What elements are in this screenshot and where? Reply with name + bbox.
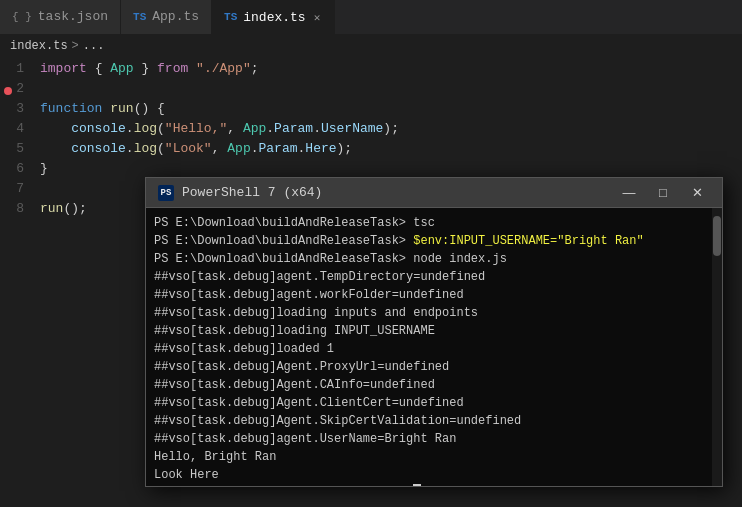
- tab-index-ts[interactable]: TS index.ts ✕: [212, 0, 335, 34]
- terminal-title: PowerShell 7 (x64): [182, 185, 322, 200]
- powershell-icon: PS: [158, 185, 174, 201]
- terminal-line: ##vso[task.debug]agent.workFolder=undefi…: [154, 286, 714, 304]
- line-content: console.log("Hello,", App.Param.UserName…: [40, 121, 742, 136]
- editor-area: 1 import { App } from "./App"; 2 3 funct…: [0, 57, 742, 507]
- tab-app-ts[interactable]: TS App.ts: [121, 0, 212, 34]
- tab-label: task.json: [38, 9, 108, 24]
- line-content: }: [40, 161, 742, 176]
- terminal-body[interactable]: PS E:\Download\buildAndReleaseTask> tsc …: [146, 208, 722, 486]
- tab-close-button[interactable]: ✕: [312, 10, 323, 25]
- terminal-line: ##vso[task.debug]Agent.SkipCertValidatio…: [154, 412, 714, 430]
- terminal-line: PS E:\Download\buildAndReleaseTask> tsc: [154, 214, 714, 232]
- terminal-line: PS E:\Download\buildAndReleaseTask> node…: [154, 250, 714, 268]
- code-line-5: 5 console.log("Look", App.Param.Here);: [0, 141, 742, 161]
- line-number: 1: [0, 61, 40, 76]
- line-number: 7: [0, 181, 40, 196]
- terminal-line: PS E:\Download\buildAndReleaseTask> $env…: [154, 232, 714, 250]
- terminal-line: ##vso[task.debug]Agent.ClientCert=undefi…: [154, 394, 714, 412]
- code-line-4: 4 console.log("Hello,", App.Param.UserNa…: [0, 121, 742, 141]
- tab-bar: { } task.json TS App.ts TS index.ts ✕: [0, 0, 742, 35]
- file-icon: { }: [12, 11, 32, 23]
- terminal-line: PS E:\Download\buildAndReleaseTask>: [154, 484, 714, 486]
- terminal-line: ##vso[task.debug]loading inputs and endp…: [154, 304, 714, 322]
- line-content: function run() {: [40, 101, 742, 116]
- breadcrumb-file: index.ts: [10, 39, 68, 53]
- debug-breakpoint: [4, 87, 12, 95]
- terminal-line: ##vso[task.debug]loading INPUT_USERNAME: [154, 322, 714, 340]
- line-number: 3: [0, 101, 40, 116]
- terminal-title-left: PS PowerShell 7 (x64): [158, 185, 322, 201]
- breadcrumb-more: ...: [83, 39, 105, 53]
- maximize-button[interactable]: □: [650, 183, 676, 203]
- code-line-1: 1 import { App } from "./App";: [0, 61, 742, 81]
- terminal-line: Hello, Bright Ran: [154, 448, 714, 466]
- terminal-titlebar: PS PowerShell 7 (x64) — □ ✕: [146, 178, 722, 208]
- tab-task-json[interactable]: { } task.json: [0, 0, 121, 34]
- line-content: console.log("Look", App.Param.Here);: [40, 141, 742, 156]
- terminal-window: PS PowerShell 7 (x64) — □ ✕ PS E:\Downlo…: [145, 177, 723, 487]
- code-line-3: 3 function run() {: [0, 101, 742, 121]
- minimize-button[interactable]: —: [616, 183, 642, 203]
- ts-icon: TS: [133, 11, 146, 23]
- line-number: 5: [0, 141, 40, 156]
- terminal-line: ##vso[task.debug]agent.UserName=Bright R…: [154, 430, 714, 448]
- line-content: import { App } from "./App";: [40, 61, 742, 76]
- code-line-2: 2: [0, 81, 742, 101]
- terminal-line: ##vso[task.debug]agent.TempDirectory=und…: [154, 268, 714, 286]
- terminal-line: Look Here: [154, 466, 714, 484]
- terminal-line: ##vso[task.debug]Agent.ProxyUrl=undefine…: [154, 358, 714, 376]
- terminal-line: ##vso[task.debug]Agent.CAInfo=undefined: [154, 376, 714, 394]
- close-button[interactable]: ✕: [684, 183, 710, 203]
- line-number: 6: [0, 161, 40, 176]
- tab-label: index.ts: [243, 10, 305, 25]
- terminal-controls: — □ ✕: [616, 183, 710, 203]
- terminal-scrollbar-thumb: [713, 216, 721, 256]
- tab-label: App.ts: [152, 9, 199, 24]
- line-number: 4: [0, 121, 40, 136]
- terminal-line: ##vso[task.debug]loaded 1: [154, 340, 714, 358]
- breadcrumb-separator: >: [72, 39, 79, 53]
- line-number: 8: [0, 201, 40, 216]
- breadcrumb: index.ts > ...: [0, 35, 742, 57]
- terminal-scrollbar[interactable]: [712, 208, 722, 486]
- ts-icon: TS: [224, 11, 237, 23]
